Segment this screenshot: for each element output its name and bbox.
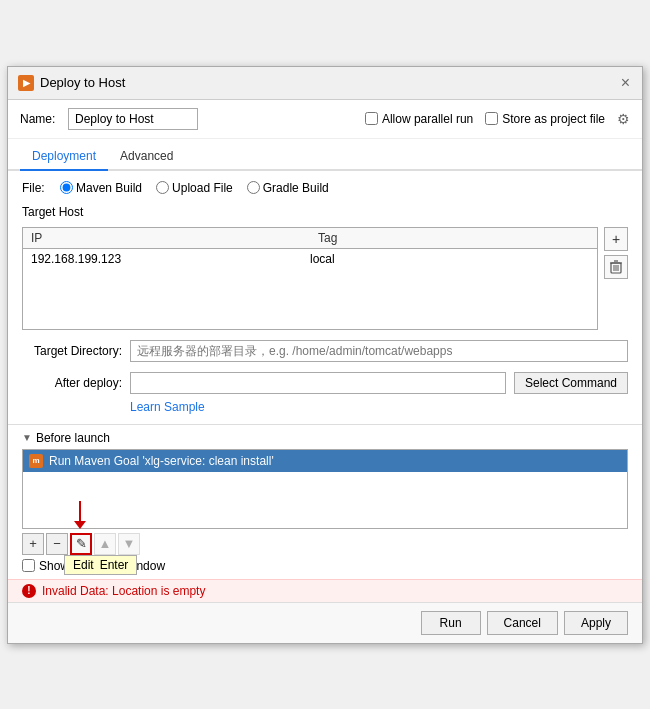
allow-parallel-group: Allow parallel run <box>365 112 473 126</box>
add-host-button[interactable]: + <box>604 227 628 251</box>
file-label: File: <box>22 181 50 195</box>
name-options: Allow parallel run Store as project file… <box>365 111 630 127</box>
list-item[interactable]: m Run Maven Goal 'xlg-service: clean ins… <box>23 450 627 472</box>
host-table-body: 192.168.199.123 local <box>23 249 597 329</box>
allow-parallel-label: Allow parallel run <box>382 112 473 126</box>
after-deploy-row: After deploy: Select Command <box>22 372 628 394</box>
run-button[interactable]: Run <box>421 611 481 635</box>
name-row: Name: Allow parallel run Store as projec… <box>8 100 642 139</box>
gradle-build-radio[interactable] <box>247 181 260 194</box>
tooltip-enter-label: Enter <box>100 558 129 572</box>
main-content: File: Maven Build Upload File Gradle Bui… <box>8 171 642 424</box>
store-project-group: Store as project file <box>485 112 605 126</box>
target-directory-row: Target Directory: <box>22 340 628 362</box>
file-options: Maven Build Upload File Gradle Build <box>60 181 329 195</box>
error-message: Invalid Data: Location is empty <box>42 584 205 598</box>
apply-button[interactable]: Apply <box>564 611 628 635</box>
before-launch-header: ▼ Before launch <box>8 431 642 445</box>
tabs: Deployment Advanced <box>8 143 642 171</box>
upload-file-label: Upload File <box>172 181 233 195</box>
upload-file-option[interactable]: Upload File <box>156 181 233 195</box>
dialog: ▶ Deploy to Host × Name: Allow parallel … <box>7 66 643 644</box>
target-directory-input[interactable] <box>130 340 628 362</box>
gear-button[interactable]: ⚙ <box>617 111 630 127</box>
trash-icon <box>610 260 622 274</box>
tab-advanced[interactable]: Advanced <box>108 143 185 171</box>
title-bar-left: ▶ Deploy to Host <box>18 75 125 91</box>
collapse-arrow-icon[interactable]: ▼ <box>22 432 32 443</box>
remove-launch-button[interactable]: − <box>46 533 68 555</box>
name-label: Name: <box>20 112 60 126</box>
add-launch-button[interactable]: + <box>22 533 44 555</box>
gradle-build-option[interactable]: Gradle Build <box>247 181 329 195</box>
down-launch-button[interactable]: ▼ <box>118 533 140 555</box>
tag-column-header: Tag <box>310 228 597 248</box>
tab-deployment[interactable]: Deployment <box>20 143 108 171</box>
before-launch-label: Before launch <box>36 431 110 445</box>
ip-column-header: IP <box>23 228 310 248</box>
remove-host-button[interactable] <box>604 255 628 279</box>
tag-cell: local <box>310 252 589 266</box>
maven-build-option[interactable]: Maven Build <box>60 181 142 195</box>
upload-file-radio[interactable] <box>156 181 169 194</box>
title-bar: ▶ Deploy to Host × <box>8 67 642 100</box>
error-row: ! Invalid Data: Location is empty <box>8 579 642 602</box>
maven-icon: m <box>29 454 43 468</box>
learn-sample-link[interactable]: Learn Sample <box>130 400 628 414</box>
arrow-line <box>79 501 81 521</box>
up-launch-button[interactable]: ▲ <box>94 533 116 555</box>
host-table-header: IP Tag <box>23 228 597 249</box>
tooltip-edit-label: Edit <box>73 558 94 572</box>
before-launch: ▼ Before launch m Run Maven Goal 'xlg-se… <box>8 424 642 579</box>
before-launch-toolbar: + − ✎ ▲ ▼ Edit Enter <box>8 529 642 559</box>
arrow-head <box>74 521 86 529</box>
dialog-title: Deploy to Host <box>40 75 125 90</box>
table-buttons: + <box>604 227 628 330</box>
deploy-icon: ▶ <box>18 75 34 91</box>
after-deploy-input[interactable] <box>130 372 506 394</box>
bottom-bar: Run Cancel Apply <box>8 602 642 643</box>
name-input[interactable] <box>68 108 198 130</box>
file-row: File: Maven Build Upload File Gradle Bui… <box>22 181 628 195</box>
gradle-build-label: Gradle Build <box>263 181 329 195</box>
allow-parallel-checkbox[interactable] <box>365 112 378 125</box>
show-tool-window-checkbox[interactable] <box>22 559 35 572</box>
select-command-button[interactable]: Select Command <box>514 372 628 394</box>
arrow-indicator <box>74 501 86 529</box>
ip-cell: 192.168.199.123 <box>31 252 310 266</box>
after-deploy-label: After deploy: <box>22 376 122 390</box>
store-project-label: Store as project file <box>502 112 605 126</box>
close-button[interactable]: × <box>619 75 632 91</box>
table-row[interactable]: 192.168.199.123 local <box>23 249 597 269</box>
maven-build-label: Maven Build <box>76 181 142 195</box>
target-directory-label: Target Directory: <box>22 344 122 358</box>
edit-launch-button[interactable]: ✎ <box>70 533 92 555</box>
target-host-label: Target Host <box>22 205 628 219</box>
before-launch-list: m Run Maven Goal 'xlg-service: clean ins… <box>22 449 628 529</box>
before-launch-item-label: Run Maven Goal 'xlg-service: clean insta… <box>49 454 274 468</box>
host-table: IP Tag 192.168.199.123 local <box>22 227 598 330</box>
store-project-checkbox[interactable] <box>485 112 498 125</box>
cancel-button[interactable]: Cancel <box>487 611 558 635</box>
error-icon: ! <box>22 584 36 598</box>
edit-tooltip: Edit Enter <box>64 555 137 575</box>
host-table-container: IP Tag 192.168.199.123 local + <box>22 227 628 330</box>
maven-build-radio[interactable] <box>60 181 73 194</box>
